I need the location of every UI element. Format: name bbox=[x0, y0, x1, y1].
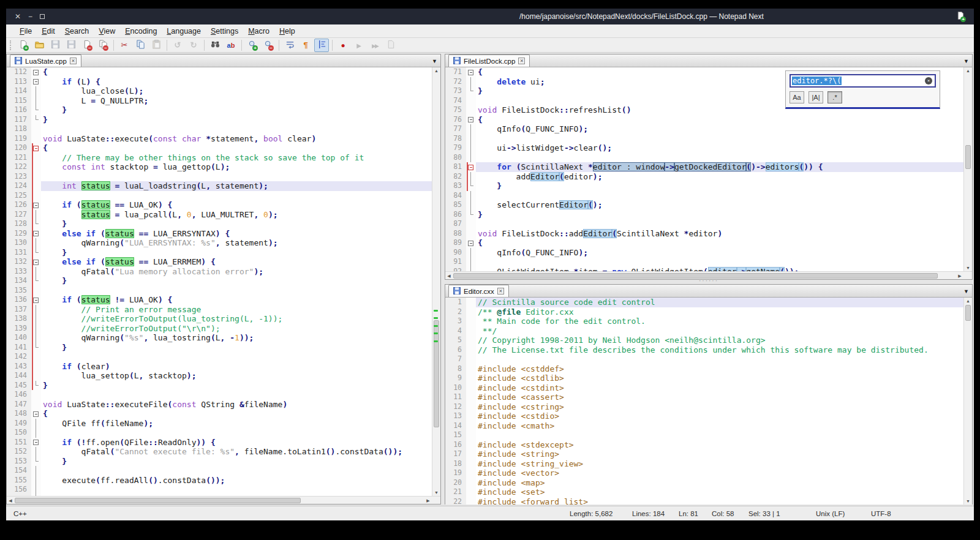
fold-margin[interactable] bbox=[31, 134, 41, 144]
close-button[interactable]: − bbox=[80, 39, 94, 52]
fold-margin[interactable] bbox=[466, 181, 476, 191]
macro-run-multiple-button[interactable]: ▶▶ bbox=[368, 39, 382, 52]
fold-margin[interactable] bbox=[31, 248, 41, 258]
code-line-152[interactable]: 152 qFatal("Cannot execute file: %s", fi… bbox=[7, 447, 432, 457]
code-line-122[interactable]: 122 const int stacktop = lua_gettop(L); bbox=[7, 162, 432, 172]
save-all-button[interactable] bbox=[64, 39, 78, 52]
code-line-116[interactable]: 116 } bbox=[7, 105, 432, 115]
clear-search-icon[interactable]: ✕ bbox=[925, 77, 932, 84]
code-line-142[interactable]: 142 bbox=[7, 352, 432, 362]
code-line-3[interactable]: 3 ** Main code for the edit control. bbox=[445, 317, 963, 326]
code-line-16[interactable]: 16#include <stdexcept> bbox=[445, 440, 963, 450]
code-line-76[interactable]: 76{ bbox=[445, 115, 963, 125]
fold-margin[interactable] bbox=[31, 343, 41, 353]
fold-margin[interactable] bbox=[31, 172, 41, 182]
fold-margin[interactable] bbox=[31, 143, 41, 153]
fold-margin[interactable] bbox=[31, 67, 41, 77]
fold-margin[interactable] bbox=[31, 77, 41, 87]
fold-margin[interactable] bbox=[31, 381, 41, 391]
code-line-154[interactable]: 154 bbox=[7, 466, 432, 476]
fold-margin[interactable] bbox=[31, 219, 41, 229]
fold-margin[interactable] bbox=[466, 200, 476, 210]
status-language[interactable]: C++ bbox=[13, 506, 27, 521]
fold-margin[interactable] bbox=[31, 124, 41, 134]
menu-view[interactable]: View bbox=[94, 24, 120, 38]
code-line-20[interactable]: 20#include <map> bbox=[445, 478, 963, 488]
fold-margin[interactable] bbox=[466, 257, 476, 267]
zoom-out-button[interactable]: − bbox=[261, 39, 276, 52]
match-case-toggle[interactable]: Aa bbox=[790, 91, 804, 103]
fold-margin[interactable] bbox=[466, 115, 476, 125]
search-input[interactable]: editor.*?\( ✕ bbox=[790, 74, 936, 88]
fold-margin[interactable] bbox=[31, 476, 41, 486]
scrollbar-thumb[interactable] bbox=[15, 498, 301, 503]
code-line-133[interactable]: 133 qFatal("Lua memory allocation error"… bbox=[7, 267, 432, 277]
fold-margin[interactable] bbox=[466, 449, 476, 459]
code-line-126[interactable]: 126 if (status == LUA_OK) { bbox=[7, 200, 432, 210]
fold-margin[interactable] bbox=[466, 459, 476, 469]
fold-margin[interactable] bbox=[31, 438, 41, 448]
tab-close-icon[interactable]: ✕ bbox=[70, 58, 77, 64]
code-line-135[interactable]: 135 bbox=[7, 286, 432, 296]
code-line-84[interactable]: 84 bbox=[445, 191, 963, 201]
fold-margin[interactable] bbox=[31, 286, 41, 296]
code-line-4[interactable]: 4 **/ bbox=[445, 326, 963, 336]
show-all-characters-button[interactable]: ¶ bbox=[298, 39, 313, 52]
fold-margin[interactable] bbox=[31, 305, 41, 315]
code-line-140[interactable]: 140 qWarning("%s", lua_tostring(L, -1)); bbox=[7, 333, 432, 343]
find-button[interactable] bbox=[208, 39, 222, 52]
tab-filelistdock-cpp[interactable]: FileListDock.cpp ✕ bbox=[448, 54, 530, 67]
code-line-123[interactable]: 123 bbox=[7, 172, 432, 182]
code-line-91[interactable]: 91 bbox=[445, 257, 963, 267]
fold-margin[interactable] bbox=[31, 181, 41, 191]
code-line-21[interactable]: 21#include <set> bbox=[445, 487, 963, 497]
fold-margin[interactable] bbox=[31, 115, 41, 125]
code-line-22[interactable]: 22#include <forward_list> bbox=[445, 497, 963, 505]
code-line-79[interactable]: 79 ui->listWidget->clear(); bbox=[445, 143, 963, 153]
macro-play-button[interactable]: ▶ bbox=[352, 39, 366, 52]
window-close-button[interactable]: ✕ bbox=[15, 13, 21, 20]
tab-luastate-cpp[interactable]: LuaState.cpp ✕ bbox=[10, 54, 81, 67]
scroll-down-icon[interactable]: ▼ bbox=[964, 264, 972, 271]
fold-margin[interactable] bbox=[31, 295, 41, 305]
status-eol-mode[interactable]: Unix (LF) bbox=[816, 506, 845, 521]
code-line-11[interactable]: 11#include <cassert> bbox=[445, 392, 963, 402]
code-line-136[interactable]: 136 if (status != LUA_OK) { bbox=[7, 295, 432, 305]
scroll-down-icon[interactable]: ▼ bbox=[964, 498, 972, 504]
fold-margin[interactable] bbox=[466, 86, 476, 96]
code-line-151[interactable]: 151 if (!ff.open(QFile::ReadOnly)) { bbox=[7, 438, 432, 448]
fold-margin[interactable] bbox=[466, 162, 476, 172]
code-line-80[interactable]: 80 bbox=[445, 153, 963, 163]
new-file-button[interactable]: + bbox=[16, 39, 31, 52]
macro-save-button[interactable] bbox=[383, 39, 398, 52]
fold-margin[interactable] bbox=[466, 67, 476, 77]
fold-margin[interactable] bbox=[466, 267, 476, 272]
fold-margin[interactable] bbox=[466, 373, 476, 383]
code-line-8[interactable]: 8#include <cstddef> bbox=[445, 364, 963, 374]
bottom-right-vertical-scrollbar[interactable]: ▲ ▼ bbox=[963, 298, 972, 504]
fold-margin[interactable] bbox=[31, 447, 41, 457]
tab-list-arrow-icon[interactable]: ▼ bbox=[432, 58, 440, 67]
code-line-147[interactable]: 147void LuaState::executeFile(const QStr… bbox=[7, 400, 432, 410]
open-file-button[interactable] bbox=[32, 39, 47, 52]
fold-margin[interactable] bbox=[466, 326, 476, 336]
fold-margin[interactable] bbox=[466, 497, 476, 505]
code-line-149[interactable]: 149 QFile ff(fileName); bbox=[7, 419, 432, 429]
code-line-120[interactable]: 120{ bbox=[7, 143, 432, 153]
menu-search[interactable]: Search bbox=[60, 24, 94, 38]
window-restore-button[interactable] bbox=[40, 14, 45, 19]
code-line-77[interactable]: 77 qInfo(Q_FUNC_INFO); bbox=[445, 124, 963, 134]
code-line-128[interactable]: 128 } bbox=[7, 219, 432, 229]
menu-edit[interactable]: Edit bbox=[37, 24, 60, 38]
code-line-125[interactable]: 125 bbox=[7, 191, 432, 201]
code-line-89[interactable]: 89{ bbox=[445, 238, 963, 248]
left-horizontal-scrollbar[interactable]: ◀ ▶ bbox=[7, 496, 440, 504]
fold-margin[interactable] bbox=[466, 402, 476, 412]
code-line-121[interactable]: 121 // There may be other things on the … bbox=[7, 153, 432, 163]
code-line-10[interactable]: 10#include <cstdint> bbox=[445, 383, 963, 393]
code-line-81[interactable]: 81 for (ScintillaNext *editor : window->… bbox=[445, 162, 963, 172]
regex-toggle[interactable]: .* bbox=[827, 91, 842, 103]
code-line-19[interactable]: 19#include <vector> bbox=[445, 468, 963, 478]
fold-margin[interactable] bbox=[466, 364, 476, 374]
fold-margin[interactable] bbox=[466, 143, 476, 153]
